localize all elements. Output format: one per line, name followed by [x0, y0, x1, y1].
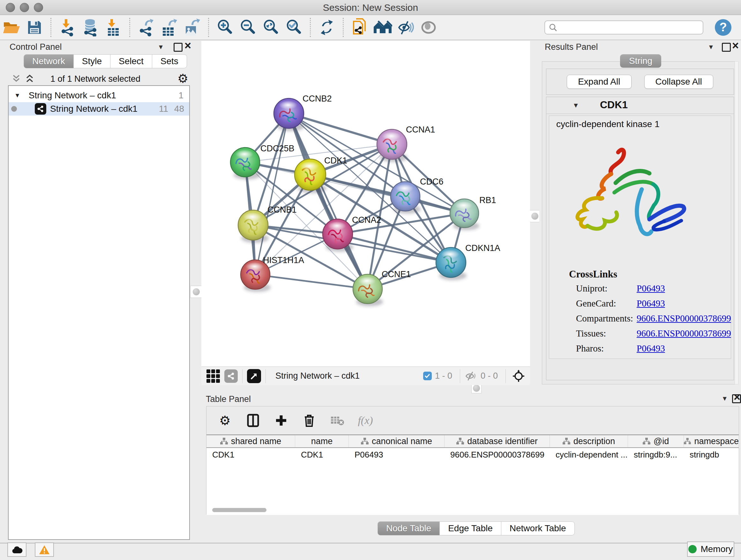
results-panel-title: Results Panel	[545, 42, 598, 52]
zoom-fit-icon	[262, 19, 280, 36]
network-node-CCNA1[interactable]: CCNA1	[377, 125, 435, 162]
vertical-splitter-right[interactable]	[530, 41, 539, 385]
collapse-panel-icon[interactable]: ▼	[722, 395, 728, 402]
table-row[interactable]: CDK1 CDK1 P06493 9606.ENSP00000378699 cy…	[206, 448, 739, 461]
hide-graphics-button[interactable]	[394, 17, 417, 37]
toolbar-separator	[310, 18, 311, 37]
tree-expanded-icon[interactable]: ▼	[14, 92, 20, 99]
network-edge-CCNB2-CCNA1[interactable]	[289, 113, 392, 144]
help-button[interactable]: ?	[715, 19, 731, 36]
open-session-button[interactable]	[0, 17, 23, 37]
results-scrollbar[interactable]	[735, 61, 738, 384]
vertical-splitter-left[interactable]	[191, 41, 201, 541]
close-panel-icon[interactable]: ×	[734, 394, 740, 401]
network-node-CCNB1[interactable]: CCNB1	[238, 205, 297, 243]
network-node-RB1[interactable]: RB1	[450, 195, 496, 230]
network-node-CCNA2[interactable]: CCNA2	[323, 215, 381, 252]
crosslink-link[interactable]: P06493	[636, 283, 665, 294]
collapse-panel-icon[interactable]: ▼	[158, 44, 164, 51]
crosslink-link[interactable]: 9606.ENSP00000378699	[636, 328, 731, 339]
tab-network[interactable]: Network	[23, 54, 74, 68]
network-edge-CCNB2-HIST1H1A[interactable]	[255, 113, 289, 274]
crosslink-link[interactable]: 9606.ENSP00000378699	[636, 313, 731, 324]
column-header-database-identifier[interactable]: database identifier	[445, 435, 550, 447]
export-table-button[interactable]	[158, 17, 181, 37]
export-network-button[interactable]	[135, 17, 158, 37]
column-header-name[interactable]: name	[295, 435, 349, 447]
import-network-database-button[interactable]	[79, 17, 102, 37]
column-header-description[interactable]: description	[550, 435, 628, 447]
horizontal-splitter[interactable]	[201, 385, 741, 393]
crosslink-label: GeneCard:	[576, 298, 616, 308]
collapse-all-button[interactable]: Collapse All	[644, 75, 713, 89]
refresh-view-button[interactable]	[315, 17, 338, 37]
warnings-button[interactable]	[35, 543, 54, 557]
close-panel-icon[interactable]: ×	[185, 42, 191, 49]
node-table[interactable]: shared name name canonical name database…	[206, 435, 739, 515]
crosslink-link[interactable]: P06493	[636, 343, 665, 354]
network-view-share-icon[interactable]	[224, 369, 238, 383]
expand-all-button[interactable]: Expand All	[567, 75, 631, 89]
section-expanded-icon[interactable]: ▼	[572, 102, 579, 109]
save-session-button[interactable]	[23, 17, 46, 37]
tab-sets[interactable]: Sets	[152, 54, 187, 68]
add-row-plus-icon[interactable]	[274, 414, 288, 428]
center-view-crosshair-icon[interactable]	[512, 370, 525, 382]
crosslink-link[interactable]: P06493	[636, 298, 665, 309]
import-table-file-button[interactable]	[102, 17, 125, 37]
birdseye-view-icon[interactable]	[247, 369, 261, 383]
network-node-CDKN1A[interactable]: CDKN1A	[436, 243, 500, 280]
gene-section-header[interactable]: ▼ CDK1	[546, 97, 734, 114]
home-button[interactable]	[371, 17, 394, 37]
zoom-selected-button[interactable]	[282, 17, 306, 37]
preview-eye-button[interactable]	[417, 17, 440, 37]
tab-style[interactable]: Style	[74, 54, 111, 68]
network-collection-row[interactable]: ▼ String Network – cdk1 1	[9, 89, 189, 102]
table-horizontal-scrollbar[interactable]	[212, 508, 266, 512]
column-header-id[interactable]: @id	[628, 435, 684, 447]
selected-nodes-checkbox-icon[interactable]	[423, 372, 432, 380]
share-document-button[interactable]	[348, 17, 371, 37]
network-edge-HIST1H1A-CCNE1[interactable]	[255, 274, 367, 289]
collapse-panel-icon[interactable]: ▼	[708, 44, 714, 51]
zoom-fit-button[interactable]	[259, 17, 282, 37]
search-box[interactable]	[544, 20, 703, 35]
zoom-out-icon	[239, 19, 257, 36]
function-builder-icon[interactable]: f(x)	[358, 414, 373, 428]
cloud-status-button[interactable]	[7, 543, 26, 557]
help-icon: ?	[719, 20, 727, 34]
search-input[interactable]	[557, 22, 692, 33]
delete-column-trash-icon[interactable]	[302, 414, 316, 428]
window-title: Session: New Session	[0, 2, 741, 13]
network-node-HIST1H1A[interactable]: HIST1H1A	[241, 255, 304, 292]
float-panel-icon[interactable]	[722, 43, 731, 52]
network-node-CDC25B[interactable]: CDC25B	[230, 144, 294, 179]
network-node-CDC6[interactable]: CDC6	[391, 177, 444, 213]
splitter-handle[interactable]	[190, 286, 202, 298]
tab-node-table[interactable]: Node Table	[378, 521, 440, 536]
table-options-gear-icon[interactable]: ⚙	[218, 414, 232, 428]
tab-edge-table[interactable]: Edge Table	[440, 521, 501, 536]
column-header-namespace[interactable]: namespace	[684, 435, 739, 447]
float-panel-icon[interactable]	[174, 43, 183, 52]
create-column-icon[interactable]	[246, 414, 260, 428]
network-options-gear-icon[interactable]: ⚙	[178, 72, 188, 85]
network-canvas[interactable]: CCNB2CCNA1CDC25BCDK1CDC6RB1CCNB1CCNA2CDK…	[201, 41, 530, 367]
import-network-file-button[interactable]	[56, 17, 79, 37]
grid-mode-icon[interactable]	[206, 369, 220, 383]
tab-select[interactable]: Select	[111, 54, 152, 68]
network-tree: ▼ String Network – cdk1 1 String Network…	[8, 85, 190, 540]
zoom-in-button[interactable]	[213, 17, 237, 37]
export-image-button[interactable]	[181, 17, 204, 37]
network-row-selected[interactable]: String Network – cdk1 11 48	[9, 102, 189, 116]
zoom-out-button[interactable]	[237, 17, 259, 37]
close-panel-icon[interactable]: ×	[732, 42, 739, 49]
delete-table-icon[interactable]	[330, 414, 344, 428]
network-node-CCNB2[interactable]: CCNB2	[274, 94, 332, 131]
crosslink-label: Pharos:	[576, 343, 604, 354]
column-header-canonical-name[interactable]: canonical name	[349, 435, 445, 447]
column-header-shared-name[interactable]: shared name	[206, 435, 295, 447]
tab-network-table[interactable]: Network Table	[501, 521, 575, 536]
tab-string[interactable]: String	[620, 54, 661, 68]
memory-button[interactable]: Memory	[687, 542, 734, 557]
